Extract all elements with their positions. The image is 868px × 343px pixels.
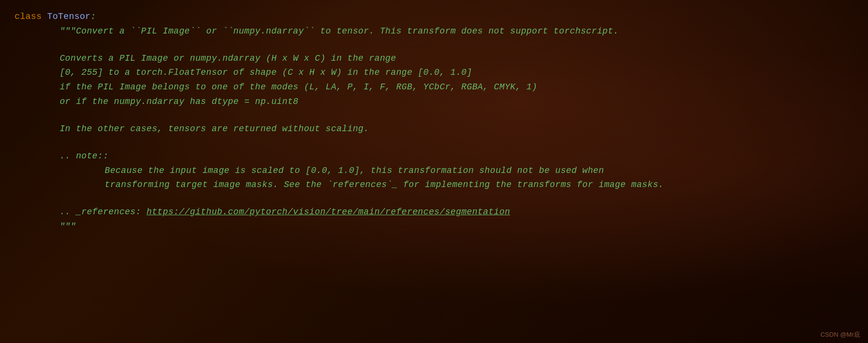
line-if-pil: if the PIL Image belongs to one of the m…	[15, 80, 853, 95]
line-converts: Converts a PIL Image or numpy.ndarray (H…	[15, 51, 853, 66]
references-prefix: .. _references:	[38, 207, 146, 217]
line-class-def: class ToTensor:	[15, 10, 853, 24]
line-transforming: transforming target image masks. See the…	[15, 178, 853, 192]
class-name-totensor: ToTensor	[47, 12, 90, 21]
line-note: .. note::	[15, 149, 853, 164]
space	[42, 12, 47, 21]
line-references: .. _references: https://github.com/pytor…	[15, 205, 853, 220]
code-block: class ToTensor: """Convert a ``PIL Image…	[0, 0, 868, 244]
empty-line-3	[15, 137, 853, 149]
watermark: CSDN @Mr庇	[820, 330, 860, 339]
line-other-cases: In the other cases, tensors are returned…	[15, 122, 853, 137]
line-or-numpy: or if the numpy.ndarray has dtype = np.u…	[15, 95, 853, 109]
colon: :	[90, 12, 96, 21]
references-url[interactable]: https://github.com/pytorch/vision/tree/m…	[146, 207, 510, 217]
line-docstring-open: """Convert a ``PIL Image`` or ``numpy.nd…	[15, 24, 853, 39]
empty-line-1	[15, 38, 853, 51]
empty-line-2	[15, 109, 853, 122]
line-because: Because the input image is scaled to [0.…	[15, 164, 853, 178]
line-range: [0, 255] to a torch.FloatTensor of shape…	[15, 66, 853, 80]
line-docstring-close: """	[15, 220, 853, 234]
keyword-class: class	[15, 12, 42, 21]
empty-line-4	[15, 192, 853, 205]
